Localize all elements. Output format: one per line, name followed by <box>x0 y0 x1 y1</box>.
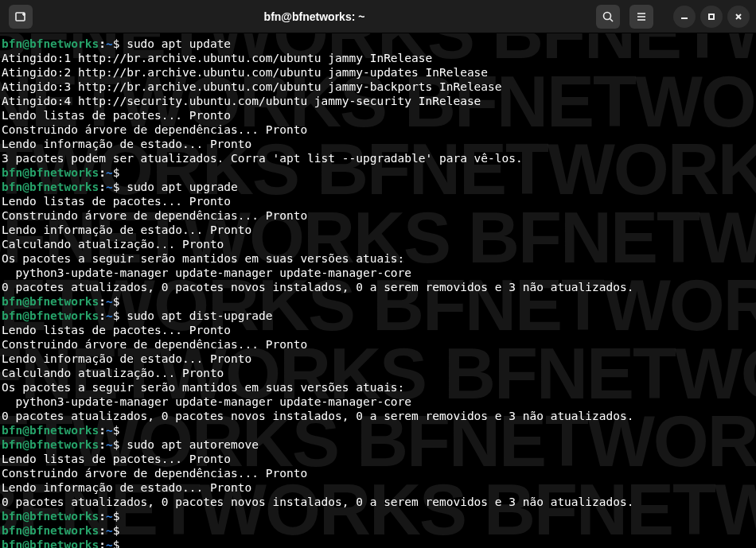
output-line: Atingido:4 http://security.ubuntu.com/ub… <box>2 94 756 108</box>
output-line: Lendo informação de estado... Pronto <box>2 352 756 366</box>
output-text: Os pacotes a seguir serão mantidos em su… <box>2 252 404 265</box>
prompt-line: bfn@bfnetworks:~$ sudo apt update <box>2 37 756 51</box>
output-text: Calculando atualização... Pronto <box>2 367 224 379</box>
prompt-dollar: $ <box>113 309 127 322</box>
prompt-path: ~ <box>106 424 113 437</box>
prompt-line: bfn@bfnetworks:~$ sudo apt upgrade <box>2 180 756 194</box>
prompt-colon: : <box>99 438 106 451</box>
prompt-path: ~ <box>106 438 113 451</box>
output-text: 0 pacotes atualizados, 0 pacotes novos i… <box>2 496 633 508</box>
prompt-dollar: $ <box>113 424 127 437</box>
maximize-button[interactable] <box>700 6 723 28</box>
prompt-dollar: $ <box>113 538 127 548</box>
prompt-path: ~ <box>106 309 113 322</box>
output-line: Lendo listas de pacotes... Pronto <box>2 194 756 208</box>
prompt-path: ~ <box>106 295 113 308</box>
output-line: 3 pacotes podem ser atualizados. Corra '… <box>2 151 756 165</box>
output-line: Lendo informação de estado... Pronto <box>2 223 756 237</box>
search-button[interactable] <box>596 5 620 29</box>
output-line: 0 pacotes atualizados, 0 pacotes novos i… <box>2 280 756 294</box>
output-line: Lendo informação de estado... Pronto <box>2 137 756 151</box>
prompt-user: bfn@bfnetworks <box>2 181 99 193</box>
output-text: Lendo listas de pacotes... Pronto <box>2 195 231 208</box>
prompt-line: bfn@bfnetworks:~$ <box>2 523 756 538</box>
prompt-colon: : <box>99 295 106 308</box>
minimize-button[interactable] <box>673 6 696 28</box>
output-text: Construindo árvore de dependências... Pr… <box>2 467 307 480</box>
output-line: Calculando atualização... Pronto <box>2 237 756 251</box>
prompt-user: bfn@bfnetworks <box>2 524 99 537</box>
prompt-dollar: $ <box>113 510 127 523</box>
prompt-user: bfn@bfnetworks <box>2 510 99 523</box>
prompt-dollar: $ <box>113 295 127 308</box>
prompt-dollar: $ <box>113 438 127 451</box>
output-line: Atingido:3 http://br.archive.ubuntu.com/… <box>2 80 756 94</box>
output-text: Calculando atualização... Pronto <box>2 238 224 251</box>
output-text: Lendo informação de estado... Pronto <box>2 352 251 365</box>
prompt-dollar: $ <box>113 37 127 50</box>
output-text: Lendo listas de pacotes... Pronto <box>2 324 231 336</box>
output-text: Os pacotes a seguir serão mantidos em su… <box>2 381 404 394</box>
output-text: Lendo listas de pacotes... Pronto <box>2 453 231 465</box>
prompt-colon: : <box>99 166 106 179</box>
output-text: python3-update-manager update-manager up… <box>2 266 411 279</box>
output-line: Lendo listas de pacotes... Pronto <box>2 323 756 337</box>
output-line: Os pacotes a seguir serão mantidos em su… <box>2 380 756 394</box>
prompt-path: ~ <box>106 510 113 523</box>
output-text: 3 pacotes podem ser atualizados. Corra '… <box>2 152 523 165</box>
new-tab-button[interactable] <box>9 5 33 29</box>
prompt-colon: : <box>99 538 106 548</box>
prompt-colon: : <box>99 309 106 322</box>
output-line: Construindo árvore de dependências... Pr… <box>2 337 756 352</box>
output-text: Lendo informação de estado... Pronto <box>2 223 251 236</box>
titlebar: bfn@bfnetworks: ~ <box>0 0 756 33</box>
output-line: 0 pacotes atualizados, 0 pacotes novos i… <box>2 409 756 423</box>
svg-line-4 <box>610 18 614 21</box>
prompt-colon: : <box>99 524 106 537</box>
prompt-line: bfn@bfnetworks:~$ <box>2 165 756 180</box>
window-title: bfn@bfnetworks: ~ <box>35 10 594 23</box>
close-button[interactable] <box>727 6 750 28</box>
prompt-colon: : <box>99 424 106 437</box>
output-line: Lendo listas de pacotes... Pronto <box>2 452 756 466</box>
output-line: Construindo árvore de dependências... Pr… <box>2 466 756 480</box>
prompt-user: bfn@bfnetworks <box>2 309 99 322</box>
prompt-line: bfn@bfnetworks:~$ <box>2 538 756 548</box>
prompt-path: ~ <box>106 37 113 50</box>
prompt-path: ~ <box>106 181 113 193</box>
terminal-output[interactable]: bfn@bfnetworks:~$ sudo apt updateAtingid… <box>0 33 756 548</box>
prompt-user: bfn@bfnetworks <box>2 295 99 308</box>
output-text: Lendo informação de estado... Pronto <box>2 481 251 494</box>
command-text: sudo apt upgrade <box>127 181 238 193</box>
output-text: Atingido:4 http://security.ubuntu.com/ub… <box>2 95 481 107</box>
prompt-dollar: $ <box>113 166 127 179</box>
output-text: Atingido:2 http://br.archive.ubuntu.com/… <box>2 66 488 79</box>
command-text: sudo apt dist-upgrade <box>127 309 272 322</box>
output-text: 0 pacotes atualizados, 0 pacotes novos i… <box>2 281 633 293</box>
output-text: Construindo árvore de dependências... Pr… <box>2 338 307 351</box>
svg-point-3 <box>604 12 611 19</box>
svg-rect-9 <box>709 14 714 19</box>
output-line: 0 pacotes atualizados, 0 pacotes novos i… <box>2 495 756 509</box>
prompt-colon: : <box>99 181 106 193</box>
command-text: sudo apt update <box>127 37 231 50</box>
prompt-user: bfn@bfnetworks <box>2 37 99 50</box>
prompt-line: bfn@bfnetworks:~$ <box>2 423 756 437</box>
prompt-colon: : <box>99 510 106 523</box>
prompt-path: ~ <box>106 524 113 537</box>
output-text: Lendo informação de estado... Pronto <box>2 138 251 150</box>
output-line: Construindo árvore de dependências... Pr… <box>2 208 756 223</box>
output-text: 0 pacotes atualizados, 0 pacotes novos i… <box>2 410 633 422</box>
output-line: Atingido:1 http://br.archive.ubuntu.com/… <box>2 51 756 65</box>
output-text: Construindo árvore de dependências... Pr… <box>2 209 307 222</box>
prompt-user: bfn@bfnetworks <box>2 438 99 451</box>
output-line: Atingido:2 http://br.archive.ubuntu.com/… <box>2 65 756 80</box>
prompt-line: bfn@bfnetworks:~$ sudo apt dist-upgrade <box>2 309 756 323</box>
output-line: Lendo listas de pacotes... Pronto <box>2 108 756 122</box>
command-text: sudo apt autoremove <box>127 438 259 451</box>
prompt-dollar: $ <box>113 524 127 537</box>
prompt-line: bfn@bfnetworks:~$ <box>2 509 756 523</box>
prompt-path: ~ <box>106 166 113 179</box>
prompt-dollar: $ <box>113 181 127 193</box>
menu-button[interactable] <box>629 5 653 29</box>
